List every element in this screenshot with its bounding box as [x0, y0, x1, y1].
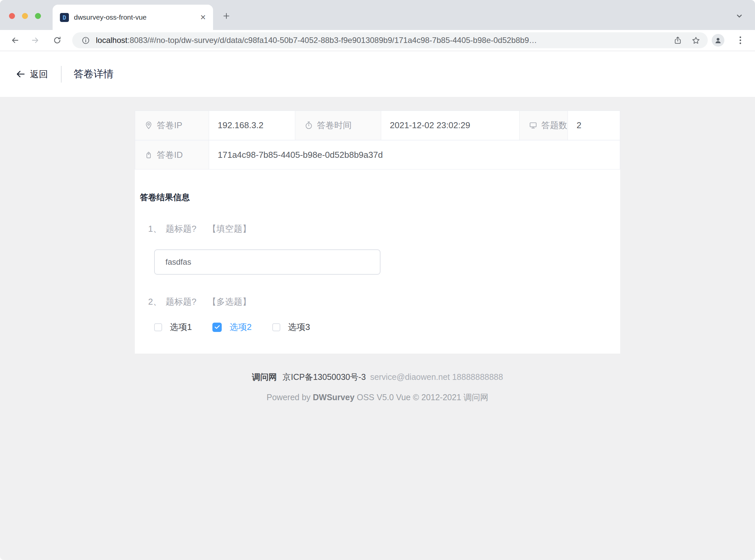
answer-id-label: 答卷ID: [157, 149, 183, 161]
question-2-title: 2、题标题?【多选题】: [148, 296, 251, 308]
question-2-options: 选项1 选项2 选项3: [154, 321, 330, 333]
browser-tab[interactable]: D dwsurvey-oss-front-vue ×: [53, 5, 213, 30]
page-title: 答卷详情: [74, 51, 114, 97]
question-number: 1、: [148, 224, 161, 234]
site-info-icon[interactable]: [82, 36, 90, 45]
url-text: localhost:8083/#/no-top/dw-survey/d/data…: [96, 36, 537, 45]
footer-powered-suffix: OSS V5.0 Vue © 2012-2021 调问网: [357, 393, 488, 402]
checkbox-unchecked-icon[interactable]: [272, 323, 280, 331]
back-label: 返回: [30, 68, 48, 80]
new-tab-button[interactable]: [221, 10, 232, 22]
answer-time-label: 答卷时间: [317, 120, 351, 131]
answer-ip-value: 192.168.3.2: [209, 111, 295, 140]
browser-menu-kebab-icon[interactable]: [736, 36, 744, 45]
url-bar[interactable]: localhost:8083/#/no-top/dw-survey/d/data…: [72, 32, 708, 48]
checkbox-option-1[interactable]: 选项1: [154, 321, 192, 333]
footer-contact: service@diaowen.net 18888888888: [370, 372, 503, 382]
footer-powered-prefix: Powered by: [267, 393, 311, 402]
question-type-tag: 【多选题】: [208, 297, 251, 307]
timer-icon: [304, 121, 313, 130]
answer-count-value: 2: [568, 111, 620, 140]
checkbox-unchecked-icon[interactable]: [154, 323, 162, 331]
checkbox-checked-icon[interactable]: [212, 323, 222, 332]
tab-search-chevron-button[interactable]: [735, 11, 744, 20]
answer-ip-label: 答卷IP: [157, 120, 182, 131]
person-icon: [714, 36, 722, 45]
fullscreen-window-button[interactable]: [35, 13, 41, 19]
minimize-window-button[interactable]: [22, 13, 28, 19]
close-window-button[interactable]: [9, 13, 15, 19]
answer-time-label-cell: 答卷时间: [295, 111, 381, 140]
table-row: 答卷ID 171a4c98-7b85-4405-b98e-0d52b8b9a37…: [135, 140, 620, 169]
tab-title: dwsurvey-oss-front-vue: [74, 13, 146, 21]
monitor-icon: [529, 121, 538, 130]
forward-icon[interactable]: [31, 36, 40, 45]
back-arrow-icon: [15, 69, 26, 79]
tab-favicon-icon: D: [60, 13, 69, 22]
reload-icon[interactable]: [53, 36, 62, 45]
checkbox-label[interactable]: 选项1: [170, 321, 192, 333]
question-type-tag: 【填空题】: [208, 224, 251, 234]
footer-brand: DWSurvey: [313, 393, 354, 402]
footer-powered-line: Powered by DWSurvey OSS V5.0 Vue © 2012-…: [0, 392, 755, 403]
back-link[interactable]: 返回: [15, 51, 48, 97]
answer-info-table: 答卷IP 192.168.3.2 答卷时间 2021-12-02 23:02:2…: [135, 111, 620, 169]
checkbox-option-2[interactable]: 选项2: [212, 321, 251, 333]
browser-window: D dwsurvey-oss-front-vue ×: [0, 0, 755, 560]
check-icon: [214, 324, 220, 330]
location-icon: [144, 121, 153, 130]
answer-time-value: 2021-12-02 23:02:29: [381, 111, 519, 140]
checkbox-label[interactable]: 选项2: [229, 321, 251, 333]
question-1-title: 1、题标题?【填空题】: [148, 223, 251, 235]
tab-strip: D dwsurvey-oss-front-vue ×: [0, 0, 755, 30]
tag-icon: [144, 151, 153, 159]
profile-avatar[interactable]: [712, 34, 725, 47]
answer-id-label-cell: 答卷ID: [135, 140, 209, 169]
footer-icp: 京ICP备13050030号-3: [283, 372, 366, 382]
answer-count-label: 答题数: [541, 120, 567, 131]
question-text: 题标题?: [165, 297, 196, 307]
table-row: 答卷IP 192.168.3.2 答卷时间 2021-12-02 23:02:2…: [135, 111, 620, 140]
results-section-title: 答卷结果信息: [140, 192, 190, 203]
share-icon[interactable]: [673, 36, 682, 45]
answer-count-label-cell: 答题数: [519, 111, 568, 140]
answer-detail-card: 答卷IP 192.168.3.2 答卷时间 2021-12-02 23:02:2…: [135, 111, 620, 354]
chevron-down-icon: [735, 12, 744, 20]
url-bar-actions: [673, 36, 700, 45]
bookmark-star-icon[interactable]: [691, 36, 700, 45]
footer-site-name: 调问网: [252, 372, 277, 382]
answer-ip-label-cell: 答卷IP: [135, 111, 209, 140]
question-text: 题标题?: [165, 224, 196, 234]
checkbox-option-3[interactable]: 选项3: [272, 321, 310, 333]
url-path: :8083/#/no-top/dw-survey/d/data/c98fa140…: [127, 36, 537, 45]
url-host: localhost: [96, 36, 127, 45]
page-body: 答卷IP 192.168.3.2 答卷时间 2021-12-02 23:02:2…: [0, 97, 755, 560]
back-icon[interactable]: [11, 36, 19, 45]
window-controls: [9, 13, 41, 19]
question-number: 2、: [148, 297, 161, 307]
checkbox-label[interactable]: 选项3: [288, 321, 310, 333]
browser-toolbar: localhost:8083/#/no-top/dw-survey/d/data…: [0, 30, 755, 51]
answer-id-value: 171a4c98-7b85-4405-b98e-0d52b8b9a37d: [209, 140, 620, 169]
tab-close-icon[interactable]: ×: [200, 13, 206, 22]
header-divider: [61, 66, 62, 83]
plus-icon: [222, 12, 231, 20]
page-header: 返回 答卷详情: [0, 51, 755, 97]
question-1-answer-input[interactable]: [154, 249, 381, 275]
footer-contact-line: 调问网 京ICP备13050030号-3 service@diaowen.net…: [0, 372, 755, 383]
